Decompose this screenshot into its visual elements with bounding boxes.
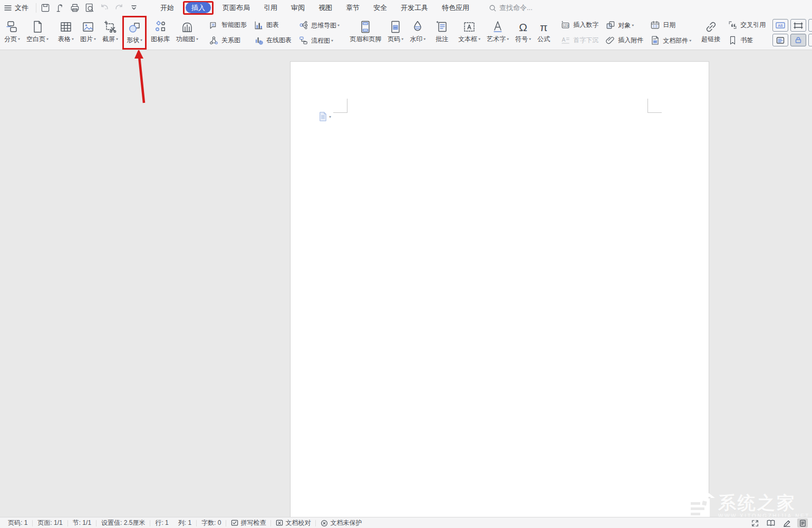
mind-map-button[interactable]: 思维导图 — [295, 18, 342, 32]
read-mode-button[interactable] — [766, 519, 776, 527]
hyperlink-button[interactable]: 超链接 — [698, 16, 723, 50]
svg-text:123: 123 — [563, 24, 568, 27]
text-box-button[interactable]: 文本框 — [455, 16, 484, 50]
drop-cap-button[interactable]: A 首字下沉 — [557, 33, 601, 47]
picture-label: 图片 — [80, 35, 96, 43]
tab-review[interactable]: 审阅 — [285, 2, 311, 14]
object-button[interactable]: 对象 — [602, 18, 646, 32]
cross-reference-button[interactable]: 交叉引用 — [724, 18, 768, 32]
function-diagram-button[interactable]: 功能图 — [173, 16, 201, 50]
tab-special-features[interactable]: 特色应用 — [436, 2, 475, 14]
spell-check-button[interactable]: 拼写检查 — [226, 519, 270, 527]
tab-developer-tools[interactable]: 开发工具 — [395, 2, 434, 14]
save-button[interactable] — [38, 2, 52, 14]
icon-library-button[interactable]: 图标库 — [148, 16, 173, 50]
cross-reference-label: 交叉引用 — [740, 21, 766, 30]
relation-diagram-button[interactable]: 关系图 — [206, 33, 249, 47]
online-chart-button[interactable]: 在线图表 — [250, 33, 294, 47]
fullscreen-button[interactable] — [750, 519, 760, 527]
file-menu-label: 文件 — [15, 3, 28, 13]
smart-art-button[interactable]: 智能图形 — [206, 18, 249, 32]
search-placeholder: 查找命令... — [499, 3, 533, 13]
chevron-down-icon — [131, 5, 137, 11]
formula-label: 公式 — [537, 35, 550, 43]
shapes-icon — [128, 20, 141, 36]
text-field-control-button[interactable]: AB — [772, 19, 788, 32]
word-art-label: 艺术字 — [487, 35, 509, 43]
mind-map-label: 思维导图 — [311, 22, 340, 29]
export-button[interactable] — [53, 2, 67, 14]
header-footer-button[interactable]: 页眉和页脚 — [346, 16, 384, 50]
annotation-arrow — [127, 50, 160, 106]
comment-icon — [435, 18, 449, 35]
checkbox-control-button[interactable] — [808, 19, 812, 32]
tab-security[interactable]: 安全 — [368, 2, 393, 14]
content-control-text-button[interactable] — [772, 34, 788, 46]
watermark-button[interactable]: 水印 — [407, 16, 429, 50]
print-button[interactable] — [68, 2, 82, 14]
icon-library-label: 图标库 — [151, 35, 170, 43]
insert-attachment-button[interactable]: 插入附件 — [602, 33, 646, 47]
symbol-button[interactable]: Ω 符号 — [512, 16, 534, 50]
tab-insert[interactable]: 插入 — [186, 2, 211, 13]
tab-references[interactable]: 引用 — [258, 2, 283, 14]
online-chart-icon — [253, 35, 264, 46]
insert-number-button[interactable]: 123 插入数字 — [557, 18, 601, 32]
page-view-button[interactable] — [797, 519, 808, 527]
attachment-icon — [605, 35, 615, 46]
pen-icon — [783, 520, 791, 527]
undo-button[interactable] — [98, 2, 111, 14]
date-icon — [650, 20, 660, 31]
customize-quick-access-button[interactable] — [127, 2, 141, 14]
document-workspace[interactable]: ▾ 系统之家 WWW.XITONGZHIJIA.NET — [0, 50, 812, 517]
protect-form-button[interactable] — [790, 34, 806, 46]
word-art-button[interactable]: 艺术字 — [484, 16, 512, 50]
paste-options-button[interactable]: ▾ — [318, 112, 331, 121]
export-icon — [55, 3, 65, 13]
tab-home[interactable]: 开始 — [154, 2, 180, 14]
document-page[interactable] — [290, 61, 709, 517]
write-mode-button[interactable] — [781, 519, 792, 527]
svg-text:A: A — [562, 37, 565, 43]
chart-button[interactable]: 图表 — [250, 18, 294, 32]
table-button[interactable]: 表格 — [55, 16, 77, 50]
watermark-brand-text: 系统之家 — [718, 494, 796, 512]
fullscreen-icon — [751, 520, 759, 527]
document-info-button[interactable] — [808, 34, 812, 46]
page-break-label: 分页 — [4, 35, 20, 43]
form-controls-group: AB — [772, 16, 812, 50]
comment-button[interactable]: 批注 — [432, 16, 452, 50]
document-protection-button[interactable]: 文档未保护 — [316, 519, 366, 527]
frame-control-button[interactable] — [790, 19, 806, 32]
page-break-button[interactable]: 分页 — [1, 16, 23, 50]
flowchart-button[interactable]: 流程图 — [295, 33, 342, 47]
redo-button[interactable] — [112, 2, 126, 14]
function-diagram-label: 功能图 — [176, 35, 198, 43]
spell-check-icon — [231, 520, 238, 526]
formula-button[interactable]: π 公式 — [534, 16, 553, 50]
command-search[interactable]: 查找命令... — [489, 3, 533, 13]
file-menu-button[interactable]: 文件 — [0, 3, 34, 13]
page-break-icon — [5, 18, 19, 35]
shapes-button[interactable]: 形状 — [124, 17, 145, 48]
margin-mark-top-left — [333, 99, 347, 113]
print-preview-button[interactable] — [83, 2, 96, 14]
status-word-count[interactable]: 字数: 0 — [197, 519, 226, 527]
object-icon — [605, 20, 615, 31]
flowchart-label: 流程图 — [311, 37, 333, 44]
status-bar: 页码: 1 页面: 1/1 节: 1/1 设置值: 2.5厘米 行: 1 列: … — [0, 517, 812, 528]
document-proofread-button[interactable]: 文档校对 — [271, 519, 315, 527]
document-part-button[interactable]: 文档部件 — [647, 33, 694, 47]
date-button[interactable]: 日期 — [647, 18, 694, 32]
picture-button[interactable]: 图片 — [77, 16, 99, 50]
page-number-button[interactable]: 页码 — [384, 16, 407, 50]
status-row: 行: 1 — [150, 519, 173, 527]
print-icon — [70, 3, 80, 13]
bookmark-button[interactable]: 书签 — [724, 33, 768, 47]
tab-view[interactable]: 视图 — [313, 2, 338, 14]
wps-writer-window: 文件 开始 — [0, 0, 812, 528]
blank-page-button[interactable]: 空白页 — [23, 16, 52, 50]
tab-section[interactable]: 章节 — [340, 2, 365, 14]
tab-page-layout[interactable]: 页面布局 — [217, 2, 256, 14]
screenshot-button[interactable]: 截屏 — [99, 16, 121, 50]
